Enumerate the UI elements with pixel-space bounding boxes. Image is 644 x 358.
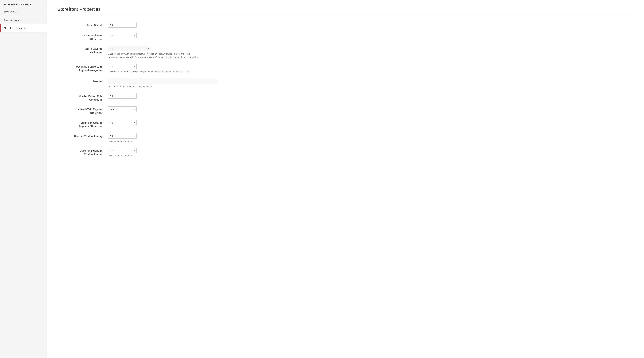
select-wrap-allow-html-tags-on-storefront: No Yes ▼ xyxy=(108,106,136,112)
select-use-in-search[interactable]: No Yes xyxy=(108,22,136,28)
select-allow-html-tags-on-storefront[interactable]: No Yes xyxy=(108,106,136,112)
select-wrap-visible-on-catalog-pages: No Yes ▼ xyxy=(108,120,136,125)
field-visible-on-catalog-pages: Visible on CatalogPages on Storefront No… xyxy=(58,120,633,128)
select-used-for-sorting-in-product-listing[interactable]: No Yes xyxy=(108,148,136,153)
hint-used-in-product-listing: Depends on design theme. xyxy=(108,139,216,143)
hint-use-in-search-results-layered-navigation: Can be used only with catalog input type… xyxy=(108,70,216,73)
control-position: Position of attribute in layered navigat… xyxy=(108,78,633,88)
hint-used-for-sorting-in-product-listing: Depends on design theme. xyxy=(108,154,216,157)
field-comparable-on-storefront: Comparable onStorefront No Yes ▼ xyxy=(58,33,633,41)
label-visible-on-catalog-pages: Visible on CatalogPages on Storefront xyxy=(58,120,108,128)
select-wrap-use-for-promo-rule-conditions: No Yes ▼ xyxy=(108,93,136,99)
hint-use-in-layered-navigation: Can be used only with catalog input type… xyxy=(108,52,216,59)
control-allow-html-tags-on-storefront: No Yes ▼ xyxy=(108,106,633,112)
control-used-for-sorting-in-product-listing: No Yes ▼ Depends on design theme. xyxy=(108,148,633,157)
select-wrap-used-in-product-listing: No Yes ▼ xyxy=(108,133,136,139)
label-use-in-search-results-layered-navigation: Use in Search ResultsLayered Navigation xyxy=(58,64,108,72)
field-use-in-layered-navigation: Use in LayeredNavigation No Yes ▼ Can be… xyxy=(58,46,633,59)
sidebar-item-properties-label: Properties xyxy=(4,10,16,13)
control-use-in-search: No Yes ▼ xyxy=(108,22,633,28)
control-use-in-layered-navigation: No Yes ▼ Can be used only with catalog i… xyxy=(108,46,633,59)
label-position: Position xyxy=(58,78,108,83)
field-use-for-promo-rule-conditions: Use for Promo RuleConditions No Yes ▼ xyxy=(58,93,633,101)
field-position: Position Position of attribute in layere… xyxy=(58,78,633,88)
sidebar-header: ATTRIBUTE INFORMATION xyxy=(0,0,46,8)
select-wrap-use-in-search: No Yes ▼ xyxy=(108,22,136,28)
hint-bold-text: 'Filterable (no results)' xyxy=(134,56,158,58)
sidebar-item-storefront-properties-label: Storefront Properties xyxy=(4,27,27,30)
field-allow-html-tags-on-storefront: Allow HTML Tags onStorefront No Yes ▼ xyxy=(58,106,633,115)
select-wrap-comparable-on-storefront: No Yes ▼ xyxy=(108,33,136,38)
sidebar-item-properties[interactable]: Properties ✏ xyxy=(0,8,46,16)
sidebar-item-storefront-properties[interactable]: Storefront Properties xyxy=(0,24,46,32)
page-title: Storefront Properties xyxy=(58,6,633,12)
label-used-for-sorting-in-product-listing: Used for Sorting inProduct Listing xyxy=(58,148,108,156)
field-use-in-search-results-layered-navigation: Use in Search ResultsLayered Navigation … xyxy=(58,64,633,73)
select-wrap-used-for-sorting-in-product-listing: No Yes ▼ xyxy=(108,148,136,153)
select-wrap-use-in-layered-navigation: No Yes ▼ xyxy=(108,46,151,51)
label-comparable-on-storefront: Comparable onStorefront xyxy=(58,33,108,41)
control-use-in-search-results-layered-navigation: No Yes ▼ Can be used only with catalog i… xyxy=(108,64,633,73)
control-comparable-on-storefront: No Yes ▼ xyxy=(108,33,633,38)
control-use-for-promo-rule-conditions: No Yes ▼ xyxy=(108,93,633,99)
input-position[interactable] xyxy=(108,78,218,84)
field-used-for-sorting-in-product-listing: Used for Sorting inProduct Listing No Ye… xyxy=(58,148,633,157)
select-use-for-promo-rule-conditions[interactable]: No Yes xyxy=(108,93,136,99)
field-use-in-search: Use in Search No Yes ▼ xyxy=(58,22,633,28)
control-used-in-product-listing: No Yes ▼ Depends on design theme. xyxy=(108,133,633,143)
select-use-in-layered-navigation[interactable]: No Yes xyxy=(108,46,151,51)
sidebar-item-manage-labels[interactable]: Manage Labels xyxy=(0,16,46,24)
select-wrap-use-in-search-results-layered-navigation: No Yes ▼ xyxy=(108,64,136,69)
label-use-for-promo-rule-conditions: Use for Promo RuleConditions xyxy=(58,93,108,101)
select-visible-on-catalog-pages[interactable]: No Yes xyxy=(108,120,136,125)
edit-icon[interactable]: ✏ xyxy=(17,11,18,13)
field-used-in-product-listing: Used in Product Listing No Yes ▼ Depends… xyxy=(58,133,633,143)
main-content: Storefront Properties Use in Search No Y… xyxy=(47,0,644,358)
label-use-in-layered-navigation: Use in LayeredNavigation xyxy=(58,46,108,54)
control-visible-on-catalog-pages: No Yes ▼ xyxy=(108,120,633,125)
hint-position: Position of attribute in layered navigat… xyxy=(108,85,216,88)
sidebar-item-manage-labels-label: Manage Labels xyxy=(4,19,22,21)
select-comparable-on-storefront[interactable]: No Yes xyxy=(108,33,136,38)
label-use-in-search: Use in Search xyxy=(58,22,108,27)
label-allow-html-tags-on-storefront: Allow HTML Tags onStorefront xyxy=(58,106,108,115)
select-use-in-search-results-layered-navigation[interactable]: No Yes xyxy=(108,64,136,69)
sidebar: ATTRIBUTE INFORMATION Properties ✏ Manag… xyxy=(0,0,47,358)
select-used-in-product-listing[interactable]: No Yes xyxy=(108,133,136,139)
label-used-in-product-listing: Used in Product Listing xyxy=(58,133,108,138)
